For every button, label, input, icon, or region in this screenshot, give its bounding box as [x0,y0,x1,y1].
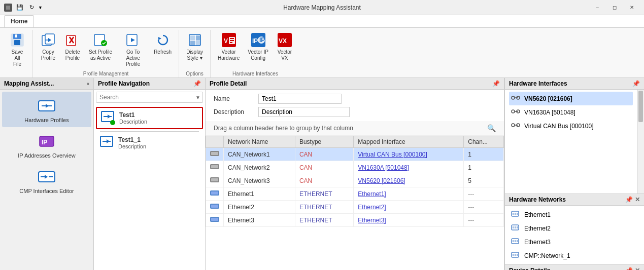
table-search-button[interactable]: 🔍 [487,124,496,132]
row-mapped-interface: Ethernet2] [354,201,464,214]
sidebar-item-hardware-profiles[interactable]: Hardware Profiles [2,92,91,127]
hw-net-ethernet3[interactable]: Ethernet3 [509,235,640,249]
hw-networks-pin[interactable]: 📌 [625,196,633,203]
delete-profile-icon [64,32,81,48]
sidebar-collapse-button[interactable]: « [86,81,89,87]
title-bar-left: 💾 ↻ ▼ [4,3,43,12]
row-bustype: ETHERNET [295,187,353,201]
svg-marker-38 [108,114,111,119]
restore-button[interactable]: ◻ [606,3,623,13]
copy-profile-button[interactable]: CopyProfile [37,30,59,63]
col-mapped-interface[interactable]: Mapped Interface [354,136,464,148]
svg-text:IP: IP [259,36,265,44]
cmp-network1-icon [511,251,521,260]
go-to-active-profile-button[interactable]: Go To ActiveProfile [117,30,149,69]
display-style-button[interactable]: DisplayStyle ▾ [183,30,206,63]
row-network-name: Ethernet1 [224,187,295,201]
row-bustype: ETHERNET [295,201,353,214]
vector-hardware-button[interactable]: V VectorHardware [215,30,243,63]
ribbon-group-file: SaveAllFile [4,30,33,78]
hw-interfaces-content: VN5620 [021606] VN1630A [501048] Virtual… [505,90,644,194]
vector-vx-button[interactable]: VX VectorVX [274,30,296,63]
hw-interfaces-scrollbar[interactable] [637,90,644,194]
delete-profile-button[interactable]: DeleteProfile [61,30,84,63]
row-bustype: CAN [295,161,353,174]
hw-vn5620-label: VN5620 [021606] [524,95,572,102]
refresh-button[interactable]: Refresh [151,30,175,57]
search-box: ▼ [96,92,203,103]
device-details-section: Device Details 📌 ✕ [505,264,644,270]
row-mapped-interface: Virtual CAN Bus [000100] [354,148,464,161]
profile-detail-pin[interactable]: 📌 [492,80,500,87]
table-row[interactable]: Ethernet1 ETHERNET Ethernet1] --- [206,187,504,201]
name-label: Name [214,95,254,102]
device-details-pin[interactable]: 📌 [625,267,633,270]
profile-item-test1-1[interactable]: Test1_1 Description [96,133,203,153]
save-all-file-button[interactable]: SaveAllFile [6,30,28,69]
col-bustype[interactable]: Bustype [295,136,353,148]
minimize-button[interactable]: – [589,3,605,13]
hw-net-cmp-network1[interactable]: CMP::Network_1 [509,249,640,262]
search-dropdown-button[interactable]: ▼ [193,94,202,101]
sidebar-item-ip-addresses[interactable]: IP IP Addresses Overview [2,127,91,163]
svg-rect-5 [15,34,17,37]
sidebar-item-cmp-interfaces[interactable]: CMP Interfaces Editor [2,163,91,198]
row-icon-cell [206,174,224,187]
svg-point-55 [512,110,515,113]
hw-networks-close[interactable]: ✕ [635,196,640,203]
hw-virtual-can-label: Virtual CAN Bus [000100] [524,123,594,130]
quick-access-save[interactable]: 💾 [14,3,25,12]
quick-access-dropdown[interactable]: ▼ [38,5,43,10]
table-row[interactable]: Ethernet2 ETHERNET Ethernet2] --- [206,201,504,214]
profile-info-test1-1: Test1_1 Description [118,136,146,149]
description-input[interactable] [258,107,350,117]
row-network-name: CAN_Network3 [224,174,295,187]
hw-vn1630a-label: VN1630A [501048] [524,109,575,116]
hardware-interfaces-panel: Hardware Interfaces 📌 VN5620 [021606] VN… [504,78,644,270]
hw-virtual-can-icon [511,122,521,130]
svg-rect-16 [190,35,195,41]
tab-home[interactable]: Home [4,15,34,27]
svg-rect-45 [211,178,218,181]
profile-item-test1[interactable]: Test1 Description [96,107,203,129]
ribbon-tabs: Home [0,15,644,28]
cmp-interfaces-icon [37,167,57,187]
hw-item-vn1630a[interactable]: VN1630A [501048] [509,105,633,119]
svg-marker-39 [107,139,110,143]
row-icon-cell [206,214,224,227]
set-profile-as-active-button[interactable]: Set Profileas Active [86,30,115,63]
search-input[interactable] [96,92,193,102]
table-row[interactable]: CAN_Network2 CAN VN1630A [501048] 1 [206,161,504,174]
col-network-name [206,136,224,148]
ip-addresses-icon: IP [37,131,57,151]
device-details-close[interactable]: ✕ [635,267,640,270]
hw-item-virtual-can[interactable]: Virtual CAN Bus [000100] [509,119,633,133]
hw-interfaces-pin[interactable]: 📌 [632,80,640,87]
hw-net-ethernet1[interactable]: Ethernet1 [509,208,640,221]
quick-access-undo[interactable]: ↻ [27,3,36,12]
svg-rect-43 [211,165,218,168]
name-input[interactable] [258,94,342,104]
profile-nav-pin[interactable]: 📌 [193,80,201,87]
row-channel: --- [464,201,504,214]
hw-net-ethernet2[interactable]: Ethernet2 [509,221,640,235]
cmp-interfaces-label: CMP Interfaces Editor [19,188,74,194]
profile-detail-panel: Profile Detail 📌 Name Description Drag a… [206,78,504,270]
svg-rect-4 [14,40,20,45]
hw-item-vn5620[interactable]: VN5620 [021606] [509,92,633,105]
vector-ip-config-button[interactable]: IP IP Vector IPConfig [245,30,272,63]
ribbon-group-options: DisplayStyle ▾ Options [181,30,211,78]
table-row[interactable]: Ethernet3 ETHERNET Ethernet3] --- [206,214,504,227]
col-network-name-label[interactable]: Network Name [224,136,295,148]
hw-vn5620-icon [511,94,521,103]
row-icon-cell [206,148,224,161]
window-title: Hardware Mapping Assistant [283,4,361,11]
hw-net-ethernet2-label: Ethernet2 [524,225,551,232]
table-row[interactable]: CAN_Network3 CAN VN5620 [021606] 5 [206,174,504,187]
close-button[interactable]: ✕ [624,3,640,13]
table-row[interactable]: CAN_Network1 CAN Virtual CAN Bus [000100… [206,148,504,161]
svg-rect-49 [211,205,218,208]
hw-interfaces-title: Hardware Interfaces [509,80,567,87]
profile-list: Test1 Description Test1_1 De [94,105,205,270]
col-channel[interactable]: Chan... [464,136,504,148]
